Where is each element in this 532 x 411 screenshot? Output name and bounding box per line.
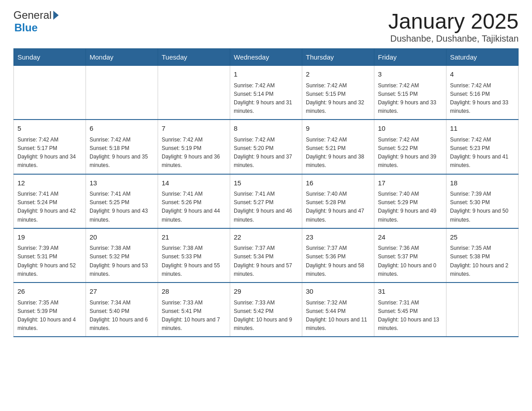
page-header: General Blue January 2025 Dushanbe, Dush… — [13, 9, 519, 44]
day-info: Sunrise: 7:42 AM Sunset: 5:19 PM Dayligh… — [162, 136, 226, 170]
day-number: 31 — [378, 287, 442, 297]
day-info: Sunrise: 7:33 AM Sunset: 5:41 PM Dayligh… — [162, 299, 226, 333]
calendar-cell: 13Sunrise: 7:41 AM Sunset: 5:25 PM Dayli… — [86, 174, 158, 228]
day-info: Sunrise: 7:41 AM Sunset: 5:27 PM Dayligh… — [234, 190, 298, 224]
calendar-day-header: Thursday — [302, 49, 374, 66]
day-info: Sunrise: 7:32 AM Sunset: 5:44 PM Dayligh… — [306, 299, 370, 333]
day-number: 13 — [90, 178, 154, 188]
day-number: 29 — [234, 287, 298, 297]
day-info: Sunrise: 7:37 AM Sunset: 5:34 PM Dayligh… — [234, 244, 298, 278]
day-number: 27 — [90, 287, 154, 297]
day-info: Sunrise: 7:42 AM Sunset: 5:16 PM Dayligh… — [450, 81, 515, 116]
calendar-cell — [86, 66, 158, 120]
calendar-header-row: SundayMondayTuesdayWednesdayThursdayFrid… — [14, 49, 519, 66]
day-number: 24 — [378, 232, 442, 243]
day-info: Sunrise: 7:42 AM Sunset: 5:23 PM Dayligh… — [450, 136, 515, 170]
day-number: 25 — [450, 232, 515, 243]
day-info: Sunrise: 7:31 AM Sunset: 5:45 PM Dayligh… — [378, 299, 442, 333]
title-block: January 2025 Dushanbe, Dushanbe, Tajikis… — [388, 9, 519, 44]
day-number: 20 — [90, 232, 154, 243]
day-number: 18 — [450, 178, 515, 188]
day-info: Sunrise: 7:41 AM Sunset: 5:26 PM Dayligh… — [162, 190, 226, 224]
calendar-cell: 10Sunrise: 7:42 AM Sunset: 5:22 PM Dayli… — [374, 120, 446, 174]
calendar-cell: 11Sunrise: 7:42 AM Sunset: 5:23 PM Dayli… — [446, 120, 519, 174]
calendar-cell: 30Sunrise: 7:32 AM Sunset: 5:44 PM Dayli… — [302, 283, 374, 337]
page-title: January 2025 — [388, 9, 519, 34]
calendar-cell: 12Sunrise: 7:41 AM Sunset: 5:24 PM Dayli… — [14, 174, 86, 228]
day-number: 22 — [234, 232, 298, 243]
calendar-day-header: Tuesday — [158, 49, 230, 66]
day-number: 11 — [450, 124, 515, 134]
day-info: Sunrise: 7:42 AM Sunset: 5:21 PM Dayligh… — [306, 136, 370, 170]
day-info: Sunrise: 7:38 AM Sunset: 5:32 PM Dayligh… — [90, 244, 154, 278]
calendar-cell: 3Sunrise: 7:42 AM Sunset: 5:15 PM Daylig… — [374, 66, 446, 120]
calendar-cell — [14, 66, 86, 120]
calendar-cell: 1Sunrise: 7:42 AM Sunset: 5:14 PM Daylig… — [230, 66, 302, 120]
day-number: 1 — [234, 69, 298, 80]
day-number: 16 — [306, 178, 370, 188]
day-info: Sunrise: 7:39 AM Sunset: 5:31 PM Dayligh… — [17, 244, 82, 278]
calendar-cell: 20Sunrise: 7:38 AM Sunset: 5:32 PM Dayli… — [86, 228, 158, 283]
calendar-cell: 19Sunrise: 7:39 AM Sunset: 5:31 PM Dayli… — [14, 228, 86, 283]
day-number: 30 — [306, 287, 370, 297]
calendar-cell: 29Sunrise: 7:33 AM Sunset: 5:42 PM Dayli… — [230, 283, 302, 337]
day-info: Sunrise: 7:42 AM Sunset: 5:20 PM Dayligh… — [234, 136, 298, 170]
day-info: Sunrise: 7:41 AM Sunset: 5:25 PM Dayligh… — [90, 190, 154, 224]
day-info: Sunrise: 7:36 AM Sunset: 5:37 PM Dayligh… — [378, 244, 442, 278]
day-number: 14 — [162, 178, 226, 188]
day-number: 26 — [17, 287, 82, 297]
calendar-week-row: 1Sunrise: 7:42 AM Sunset: 5:14 PM Daylig… — [14, 66, 519, 120]
day-info: Sunrise: 7:41 AM Sunset: 5:24 PM Dayligh… — [17, 190, 82, 224]
calendar-cell: 2Sunrise: 7:42 AM Sunset: 5:15 PM Daylig… — [302, 66, 374, 120]
calendar-cell: 23Sunrise: 7:37 AM Sunset: 5:36 PM Dayli… — [302, 228, 374, 283]
calendar-cell: 22Sunrise: 7:37 AM Sunset: 5:34 PM Dayli… — [230, 228, 302, 283]
day-info: Sunrise: 7:42 AM Sunset: 5:18 PM Dayligh… — [90, 136, 154, 170]
day-number: 17 — [378, 178, 442, 188]
day-number: 3 — [378, 69, 442, 80]
day-info: Sunrise: 7:42 AM Sunset: 5:15 PM Dayligh… — [306, 81, 370, 116]
calendar-cell: 7Sunrise: 7:42 AM Sunset: 5:19 PM Daylig… — [158, 120, 230, 174]
calendar-cell: 25Sunrise: 7:35 AM Sunset: 5:38 PM Dayli… — [446, 228, 519, 283]
day-number: 15 — [234, 178, 298, 188]
calendar-table: SundayMondayTuesdayWednesdayThursdayFrid… — [13, 48, 519, 337]
day-number: 8 — [234, 124, 298, 134]
page-subtitle: Dushanbe, Dushanbe, Tajikistan — [388, 34, 519, 44]
calendar-cell: 31Sunrise: 7:31 AM Sunset: 5:45 PM Dayli… — [374, 283, 446, 337]
day-info: Sunrise: 7:38 AM Sunset: 5:33 PM Dayligh… — [162, 244, 226, 278]
calendar-cell: 5Sunrise: 7:42 AM Sunset: 5:17 PM Daylig… — [14, 120, 86, 174]
logo-general-text: General — [13, 9, 51, 21]
logo-blue-text: Blue — [14, 21, 38, 34]
calendar-cell: 15Sunrise: 7:41 AM Sunset: 5:27 PM Dayli… — [230, 174, 302, 228]
calendar-cell: 9Sunrise: 7:42 AM Sunset: 5:21 PM Daylig… — [302, 120, 374, 174]
day-number: 5 — [17, 124, 82, 134]
day-number: 9 — [306, 124, 370, 134]
day-info: Sunrise: 7:40 AM Sunset: 5:29 PM Dayligh… — [378, 190, 442, 224]
day-info: Sunrise: 7:35 AM Sunset: 5:38 PM Dayligh… — [450, 244, 515, 278]
day-info: Sunrise: 7:35 AM Sunset: 5:39 PM Dayligh… — [17, 299, 82, 333]
day-info: Sunrise: 7:40 AM Sunset: 5:28 PM Dayligh… — [306, 190, 370, 224]
calendar-week-row: 5Sunrise: 7:42 AM Sunset: 5:17 PM Daylig… — [14, 120, 519, 174]
calendar-cell: 28Sunrise: 7:33 AM Sunset: 5:41 PM Dayli… — [158, 283, 230, 337]
day-number: 28 — [162, 287, 226, 297]
calendar-cell: 24Sunrise: 7:36 AM Sunset: 5:37 PM Dayli… — [374, 228, 446, 283]
day-info: Sunrise: 7:34 AM Sunset: 5:40 PM Dayligh… — [90, 299, 154, 333]
logo-arrow-icon — [53, 11, 59, 20]
day-info: Sunrise: 7:39 AM Sunset: 5:30 PM Dayligh… — [450, 190, 515, 224]
calendar-cell: 6Sunrise: 7:42 AM Sunset: 5:18 PM Daylig… — [86, 120, 158, 174]
calendar-cell — [158, 66, 230, 120]
calendar-cell: 17Sunrise: 7:40 AM Sunset: 5:29 PM Dayli… — [374, 174, 446, 228]
calendar-cell: 14Sunrise: 7:41 AM Sunset: 5:26 PM Dayli… — [158, 174, 230, 228]
calendar-day-header: Wednesday — [230, 49, 302, 66]
calendar-week-row: 12Sunrise: 7:41 AM Sunset: 5:24 PM Dayli… — [14, 174, 519, 228]
calendar-day-header: Monday — [86, 49, 158, 66]
calendar-cell: 18Sunrise: 7:39 AM Sunset: 5:30 PM Dayli… — [446, 174, 519, 228]
day-number: 12 — [17, 178, 82, 188]
calendar-cell: 26Sunrise: 7:35 AM Sunset: 5:39 PM Dayli… — [14, 283, 86, 337]
calendar-cell: 8Sunrise: 7:42 AM Sunset: 5:20 PM Daylig… — [230, 120, 302, 174]
calendar-cell: 4Sunrise: 7:42 AM Sunset: 5:16 PM Daylig… — [446, 66, 519, 120]
day-number: 21 — [162, 232, 226, 243]
day-number: 19 — [17, 232, 82, 243]
logo: General Blue — [13, 9, 59, 34]
day-number: 7 — [162, 124, 226, 134]
day-info: Sunrise: 7:33 AM Sunset: 5:42 PM Dayligh… — [234, 299, 298, 333]
